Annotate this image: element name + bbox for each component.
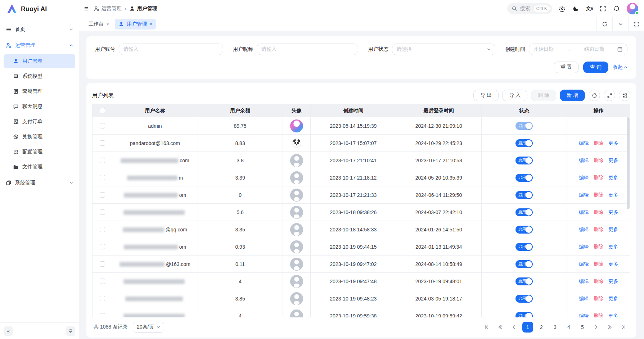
close-icon[interactable]: × (149, 21, 152, 27)
tab-user-management[interactable]: 用户管理 × (115, 19, 156, 30)
collapse-filter-button[interactable]: 收起 (613, 64, 627, 71)
row-checkbox[interactable] (100, 175, 105, 180)
add-button[interactable]: 新 增 (560, 90, 585, 101)
sidebar-item-home[interactable]: 首页 (0, 22, 79, 37)
sidebar-item-config-management[interactable]: 配置管理 (4, 145, 75, 159)
more-link[interactable]: 更多 (608, 261, 618, 267)
delete-link[interactable]: 删除 (594, 278, 603, 285)
refresh-button[interactable] (589, 90, 600, 101)
status-toggle[interactable]: 启用 (515, 157, 533, 164)
page-button-4[interactable]: 4 (563, 322, 574, 333)
delete-link[interactable]: 删除 (594, 157, 603, 164)
delete-link[interactable]: 删除 (594, 209, 603, 216)
breadcrumb-user-management[interactable]: 用户管理 (129, 5, 157, 12)
page-size-select[interactable]: 20条/页 (133, 322, 164, 333)
more-link[interactable]: 更多 (608, 192, 618, 198)
import-button[interactable]: 导 入 (502, 90, 527, 101)
status-toggle[interactable]: 启用 (515, 226, 533, 234)
more-link[interactable]: 更多 (608, 278, 618, 285)
more-link[interactable]: 更多 (608, 313, 618, 318)
delete-link[interactable]: 删除 (594, 313, 603, 318)
language-icon[interactable]: 文A (586, 5, 593, 12)
status-toggle[interactable]: 启用 (515, 243, 533, 251)
settings-gear-icon[interactable] (559, 5, 566, 12)
last-page-button[interactable] (618, 322, 629, 333)
sidebar-collapse-button[interactable]: « (4, 326, 13, 336)
search-button[interactable]: 查 询 (583, 62, 608, 73)
sidebar-item-user-management[interactable]: 用户管理 (4, 54, 75, 68)
row-checkbox[interactable] (100, 192, 105, 198)
edit-link[interactable]: 编辑 (579, 157, 589, 164)
page-button-5[interactable]: 5 (577, 322, 588, 333)
status-toggle[interactable]: 启用 (515, 277, 533, 285)
delete-link[interactable]: 删除 (594, 140, 603, 146)
edit-link[interactable]: 编辑 (579, 175, 589, 181)
edit-link[interactable]: 编辑 (579, 192, 589, 198)
hamburger-icon[interactable]: ≡ (84, 5, 89, 12)
edit-link[interactable]: 编辑 (579, 313, 589, 318)
jump-back-button[interactable] (495, 322, 506, 333)
edit-link[interactable]: 编辑 (579, 261, 589, 267)
select-all-checkbox[interactable] (100, 108, 105, 113)
export-button[interactable]: 导 出 (473, 90, 499, 101)
row-checkbox[interactable] (100, 227, 105, 232)
notifications-bell-icon[interactable] (613, 5, 620, 12)
row-checkbox[interactable] (100, 313, 105, 317)
sidebar-item-operations[interactable]: 运营管理 (0, 37, 79, 53)
sidebar-item-payment-orders[interactable]: 支付订单 (4, 114, 75, 129)
edit-link[interactable]: 编辑 (579, 140, 589, 146)
first-page-button[interactable] (481, 322, 492, 333)
row-checkbox[interactable] (100, 279, 105, 284)
prev-page-button[interactable] (509, 322, 519, 333)
table-fullscreen-button[interactable] (604, 90, 615, 101)
app-logo[interactable]: Ruoyi AI (0, 0, 79, 18)
status-toggle[interactable]: 启用 (515, 312, 533, 318)
edit-link[interactable]: 编辑 (579, 244, 589, 250)
user-nickname-input[interactable]: 请输入 (257, 44, 358, 55)
delete-link[interactable]: 删除 (594, 295, 603, 302)
row-checkbox[interactable] (100, 296, 105, 301)
user-avatar[interactable] (627, 3, 638, 14)
delete-button[interactable]: 删 除 (531, 90, 556, 101)
status-toggle[interactable]: 启用 (515, 208, 533, 216)
more-link[interactable]: 更多 (608, 175, 618, 181)
global-search[interactable]: 搜索 Ctrl K (507, 3, 552, 14)
delete-link[interactable]: 删除 (594, 244, 603, 250)
sidebar-item-redeem-management[interactable]: 兑换管理 (4, 130, 75, 144)
more-link[interactable]: 更多 (608, 209, 618, 216)
date-range-input[interactable]: 开始日期 → 结束日期 (529, 44, 627, 55)
status-toggle[interactable]: 启用 (515, 295, 533, 303)
delete-link[interactable]: 删除 (594, 261, 603, 267)
row-checkbox[interactable] (100, 123, 105, 128)
more-link[interactable]: 更多 (608, 140, 618, 146)
status-toggle[interactable]: 启用 (515, 174, 533, 182)
row-checkbox[interactable] (100, 158, 105, 163)
page-button-1[interactable]: 1 (522, 322, 533, 333)
page-button-3[interactable]: 3 (550, 322, 560, 333)
status-toggle[interactable]: 启用 (515, 139, 533, 147)
dark-mode-moon-icon[interactable] (572, 5, 580, 12)
edit-link[interactable]: 编辑 (579, 278, 589, 285)
status-toggle[interactable]: 启用 (515, 122, 533, 130)
pin-icon[interactable] (66, 326, 75, 336)
status-toggle[interactable]: 启用 (515, 191, 533, 199)
row-checkbox[interactable] (100, 140, 105, 146)
refresh-tab-icon[interactable] (596, 17, 612, 31)
close-icon[interactable]: × (106, 21, 109, 27)
page-button-2[interactable]: 2 (536, 322, 547, 333)
more-link[interactable]: 更多 (608, 244, 618, 250)
delete-link[interactable]: 删除 (594, 226, 603, 233)
edit-link[interactable]: 编辑 (579, 209, 589, 216)
status-toggle[interactable]: 启用 (515, 260, 533, 268)
breadcrumb-operations[interactable]: 运营管理 (94, 5, 122, 12)
content-fullscreen-icon[interactable] (628, 17, 644, 31)
scrollbar-thumb[interactable] (627, 117, 630, 209)
reset-button[interactable]: 重 置 (554, 62, 579, 73)
chevron-down-icon[interactable] (612, 17, 628, 31)
edit-link[interactable]: 编辑 (579, 226, 589, 233)
user-account-input[interactable]: 请输入 (119, 44, 223, 55)
row-checkbox[interactable] (100, 261, 105, 267)
fullscreen-icon[interactable] (599, 5, 607, 12)
edit-link[interactable]: 编辑 (579, 295, 589, 302)
next-page-button[interactable] (591, 322, 602, 333)
